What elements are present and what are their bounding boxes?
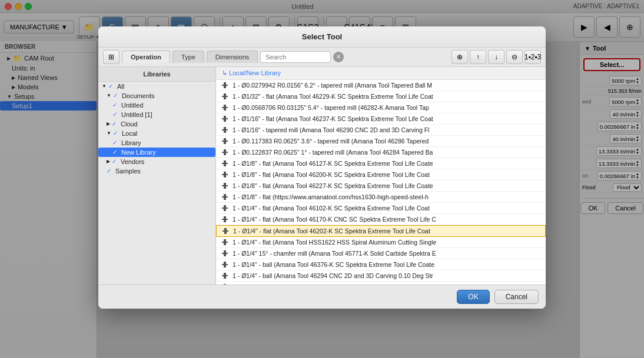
svg-rect-27 [224,228,227,234]
tool-row[interactable]: 1 - Ø1/2" 30° - chamfer mill (Amana Tool… [216,282,546,285]
svg-rect-7 [224,116,226,122]
tool-icon [221,126,229,134]
modal-overlay: Select Tool ⊞ Operation Type Dimensions … [0,0,644,358]
lib-item-library[interactable]: ✓ Library [98,138,215,148]
svg-rect-23 [224,205,226,211]
cancel-button[interactable]: Cancel [494,290,539,304]
tool-row[interactable]: 1 - Ø1/16" - flat (Amana Tool 46237-K SC… [216,113,546,125]
modal-title: Select Tool [98,26,546,48]
tool-icon [221,103,229,112]
tool-text: 1 - Ø1/4" - flat (Amana Tool 46202-K SC … [233,227,540,235]
tool-text: 1 - Ø1/2" 30° - chamfer mill (Amana Tool… [233,283,541,285]
tool-text: 1 - Ø0.0568706 R0.03125" 5.4° - tapered … [233,104,541,111]
lib-item-new-library[interactable]: ✓ New Library [98,148,215,157]
svg-rect-37 [224,284,226,285]
search-input[interactable] [260,51,331,63]
ok-button[interactable]: OK [457,290,489,304]
svg-rect-9 [224,127,226,133]
tool-row[interactable]: 1 - Ø0.122837 R0.0625" 1° - tapered mill… [216,147,546,158]
lib-item-untitled[interactable]: ✓ Untitled [98,101,215,110]
tool-row[interactable]: 1 - Ø1/4" - flat (Amana Tool 46170-K CNC… [216,214,546,225]
modal-icon-btn-1[interactable]: ⊞ [103,50,119,64]
tool-row[interactable]: 1 - Ø1/8" - flat (https://www.amanatool.… [216,192,546,203]
tool-icon [221,115,229,123]
tool-row[interactable]: 1 - Ø1/8" - flat (Amana Tool 46227-K SC … [216,180,546,192]
modal-icon-btn-r1[interactable]: ⊕ [452,50,468,64]
tool-icon [221,204,229,212]
tool-icon [221,238,229,246]
lib-item-cloud[interactable]: ▶ ✓ Cloud [98,119,215,129]
tool-text: 1 - Ø1/4" - flat (Amana Tool 46170-K CNC… [233,216,541,223]
libraries-title: Libraries [98,67,215,82]
tool-rows-container: 1 - Ø0.0279942 R0.0156" 6.2° - tapered m… [216,80,546,285]
search-clear-button[interactable]: ✕ [333,52,344,62]
svg-rect-33 [224,262,226,267]
tool-icon [221,81,229,89]
tool-text: 1 - Ø1/8" - flat (Amana Tool 46127-K SC … [233,160,541,167]
tools-panel: ↳ Local/New Library 1 - Ø0.0279942 R0.01… [216,67,546,285]
svg-rect-13 [224,149,226,155]
lib-item-untitled-1[interactable]: ✓ Untitled [1] [98,110,215,119]
tools-header: ↳ Local/New Library [216,67,546,80]
tool-row[interactable]: 1 - Ø1/4" - ball (Amana Tool 46376-K SC … [216,259,546,270]
tool-icon [221,249,229,257]
tool-row[interactable]: 1 - Ø1/4" - ball (Amana Tool 46294 CNC 2… [216,270,546,282]
tool-row[interactable]: 1 - Ø1/32" - flat (Amana Tool 46229-K SC… [216,91,546,102]
tool-row[interactable]: 1 - Ø0.0279942 R0.0156" 6.2° - tapered m… [216,80,546,91]
tool-row[interactable]: 1 - Ø0.0568706 R0.03125" 5.4° - tapered … [216,102,546,113]
svg-rect-19 [224,183,226,189]
modal-body: Libraries ▼ ✓ All ▼ ✓ Documents [98,67,546,285]
tool-text: 1 - Ø1/4" - flat (Amana Tool HSS1622 HSS… [233,239,541,246]
tool-icon [221,215,229,223]
tool-text: 1 - Ø1/8" - flat (Amana Tool 46227-K SC … [233,182,541,189]
modal-icon-btn-r5[interactable]: 1▪2▪3 [525,50,541,64]
modal-toolbar-left: ⊞ [103,50,119,64]
modal-header: ⊞ Operation Type Dimensions ✕ ⊕ ↑ ↓ ⊖ 1▪… [98,48,546,67]
tab-type[interactable]: Type [172,51,204,63]
modal-footer: OK Cancel [98,285,546,309]
tool-icon [221,227,230,235]
lib-item-local[interactable]: ▼ ✓ Local [98,129,215,138]
tool-icon [221,137,229,145]
lib-item-vendors[interactable]: ▶ ✓ Vendors [98,157,215,166]
svg-rect-1 [224,82,226,88]
tool-icon [221,182,229,190]
tool-row[interactable]: 1 - Ø0.117383 R0.0625" 3.6° - tapered mi… [216,136,546,147]
tool-row[interactable]: 1 - Ø1/4" 15° - chamfer mill (Amana Tool… [216,248,546,259]
tool-row[interactable]: 1 - Ø1/4" - flat (Amana Tool 46102-K SC … [216,203,546,214]
svg-rect-25 [224,216,226,222]
modal-icon-btn-r3[interactable]: ↓ [488,50,504,64]
tab-operation[interactable]: Operation [122,51,170,63]
svg-rect-17 [224,172,226,178]
tool-row[interactable]: 1 - Ø1/8" - flat (Amana Tool 46127-K SC … [216,158,546,169]
tool-icon [221,260,229,269]
tool-text: 1 - Ø1/4" 15° - chamfer mill (Amana Tool… [233,250,541,257]
tab-dimensions[interactable]: Dimensions [207,51,258,63]
tool-text: 1 - Ø1/4" - ball (Amana Tool 46376-K SC … [233,261,541,268]
svg-rect-11 [224,138,226,144]
tool-row[interactable]: 1 - Ø1/4" - flat (Amana Tool HSS1622 HSS… [216,237,546,248]
modal-toolbar-right: ⊕ ↑ ↓ ⊖ 1▪2▪3 [452,50,541,64]
tool-icon [221,272,229,280]
tool-icon [221,92,229,101]
tool-text: 1 - Ø1/8" - flat (Amana Tool 46200-K SC … [233,171,541,178]
modal-icon-btn-r4[interactable]: ⊖ [506,50,523,64]
select-tool-modal: Select Tool ⊞ Operation Type Dimensions … [98,26,546,309]
svg-rect-31 [224,250,226,256]
lib-item-documents[interactable]: ▼ ✓ Documents [98,91,215,101]
modal-icon-btn-r2[interactable]: ↑ [470,50,486,64]
tool-icon [221,159,229,168]
tool-row[interactable]: 1 - Ø1/16" - tapered mill (Amana Tool 46… [216,125,546,136]
tool-icon [221,170,229,179]
tool-text: 1 - Ø1/16" - flat (Amana Tool 46237-K SC… [233,115,541,122]
svg-rect-21 [224,194,226,200]
lib-item-samples[interactable]: ✓ Samples [98,166,215,176]
tool-row[interactable]: 1 - Ø1/8" - flat (Amana Tool 46200-K SC … [216,169,546,180]
tool-text: 1 - Ø1/16" - tapered mill (Amana Tool 46… [233,126,541,133]
tool-icon [221,283,229,285]
tool-text: 1 - Ø1/4" - ball (Amana Tool 46294 CNC 2… [233,272,541,279]
tool-row[interactable]: 1 - Ø1/4" - flat (Amana Tool 46202-K SC … [216,225,546,237]
lib-item-all[interactable]: ▼ ✓ All [98,82,215,91]
app-background: Untitled ADAPTIVE : ADAPTIVE1 CAM MANUFA… [0,0,644,358]
tool-icon [221,148,229,156]
